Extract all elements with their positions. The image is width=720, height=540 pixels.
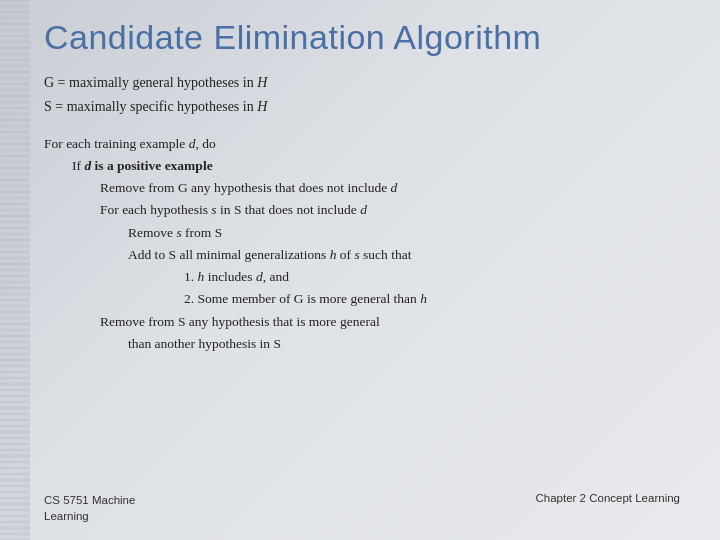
algorithm-section: For each training example d, do If d is … — [44, 133, 680, 356]
definitions-section: G = maximally general hypotheses in H S … — [44, 71, 680, 119]
slide-title: Candidate Elimination Algorithm — [44, 18, 680, 57]
algo-remove-s-general-2: than another hypothesis in S — [44, 333, 680, 355]
slide-footer: CS 5751 Machine Learning Chapter 2 Conce… — [44, 492, 680, 524]
def-s: S = maximally specific hypotheses in H — [44, 95, 680, 119]
algo-remove-g: Remove from G any hypothesis that does n… — [44, 177, 680, 199]
algo-condition-2: 2. Some member of G is more general than… — [44, 288, 680, 310]
algo-remove-s-general-1: Remove from S any hypothesis that is mor… — [44, 311, 680, 333]
algo-add-generalizations: Add to S all minimal generalizations h o… — [44, 244, 680, 266]
def-g: G = maximally general hypotheses in H — [44, 71, 680, 95]
algo-if-positive: If d is a positive example — [44, 155, 680, 177]
algo-for-each-s: For each hypothesis s in S that does not… — [44, 199, 680, 221]
algo-for-line: For each training example d, do — [44, 133, 680, 155]
footer-course: CS 5751 Machine Learning — [44, 492, 135, 524]
footer-chapter: Chapter 2 Concept Learning — [536, 492, 681, 524]
algo-condition-1: 1. h includes d, and — [44, 266, 680, 288]
algo-remove-s: Remove s from S — [44, 222, 680, 244]
footer-course-line1: CS 5751 Machine — [44, 492, 135, 508]
footer-course-line2: Learning — [44, 508, 135, 524]
